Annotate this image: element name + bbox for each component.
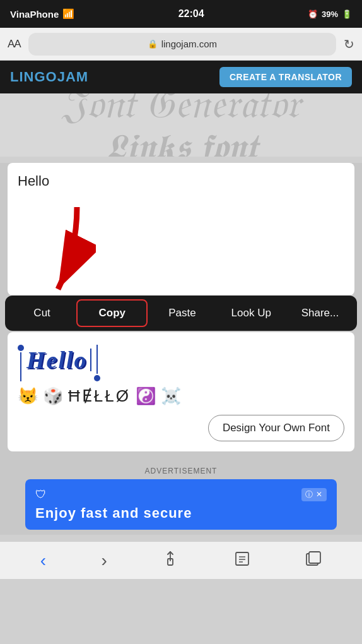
nav-bar: LINGOJAM CREATE A TRANSLATOR [0, 61, 362, 93]
bg-decorative-text: 𝔍𝔬𝔫𝔱 𝔊𝔢𝔫𝔢𝔯𝔞𝔱𝔬𝔯 𝕷𝖎𝖓𝖐𝖘 𝖋𝖔𝖓𝖙 [0, 93, 362, 157]
browser-bar: AA 🔒 lingojam.com ↻ [0, 28, 362, 61]
info-icon: ⓘ [305, 489, 313, 500]
url-bar[interactable]: 🔒 lingojam.com [28, 33, 336, 56]
paste-menu-item[interactable]: Paste [148, 301, 216, 326]
ad-banner[interactable]: 🛡 ⓘ ✕ Enjoy fast and secure [25, 479, 337, 530]
alarm-icon: ⏰ [308, 9, 318, 19]
back-icon: ‹ [40, 551, 46, 570]
ad-info-button[interactable]: ⓘ ✕ [301, 488, 327, 501]
ad-logo-icon: 🛡 [35, 488, 47, 501]
svg-rect-7 [309, 552, 320, 563]
cut-menu-item[interactable]: Cut [8, 301, 76, 326]
share-button[interactable] [158, 547, 182, 575]
back-button[interactable]: ‹ [37, 547, 50, 575]
cat-emoji: 😾 [18, 386, 38, 406]
carrier-label: VinaPhone [10, 9, 59, 20]
bookmarks-button[interactable] [230, 547, 254, 575]
time-label: 22:04 [178, 8, 204, 20]
fancy-hello-text: ĦɆŁŁØ [68, 386, 131, 406]
text-size-label[interactable]: AA [8, 38, 21, 51]
close-icon: ✕ [316, 490, 323, 499]
battery-label: 39% [322, 9, 338, 19]
forward-button[interactable]: › [98, 547, 111, 575]
look-up-menu-item[interactable]: Look Up [217, 301, 286, 326]
selection-dot-left [18, 345, 24, 351]
gothic-result-row: Hello [18, 342, 344, 381]
design-font-button[interactable]: Design Your Own Font [208, 415, 344, 441]
url-text: lingojam.com [161, 39, 217, 49]
logo-text2: JAM [57, 69, 88, 85]
bookmarks-icon [234, 551, 250, 567]
bottom-toolbar: ‹ › [0, 541, 362, 579]
copy-context-menu: Cut Copy Paste Look Up Share... [5, 295, 357, 331]
ad-section: ADVERTISEMENT 🛡 ⓘ ✕ Enjoy fast and secur… [0, 458, 362, 535]
status-bar: VinaPhone 📶 22:04 ⏰ 39% 🔋 [0, 0, 362, 28]
emoji-result-row: 😾 🎲 ĦɆŁŁØ ☯️ ☠️ [18, 386, 344, 406]
forward-icon: › [102, 551, 107, 570]
create-translator-button[interactable]: CREATE A TRANSLATOR [219, 67, 352, 87]
copy-menu-item[interactable]: Copy [76, 299, 148, 327]
yin-yang-emoji: ☯️ [136, 386, 156, 406]
wifi-icon: 📶 [62, 8, 74, 20]
diamond-emoji: 🎲 [43, 386, 63, 406]
ad-banner-top: 🛡 ⓘ ✕ [35, 488, 327, 501]
tabs-button[interactable] [301, 547, 325, 575]
input-value: Hello [18, 173, 49, 189]
text-cursor [90, 349, 91, 371]
share-menu-item[interactable]: Share... [286, 301, 354, 326]
ad-label: ADVERTISEMENT [145, 467, 218, 475]
input-section: Hello [8, 163, 354, 295]
status-right: ⏰ 39% 🔋 [308, 9, 352, 19]
selection-handle-right [94, 345, 100, 381]
result-area: Hello 😾 🎲 ĦɆŁŁØ ☯️ ☠️ Design Your Own Fo… [8, 332, 354, 451]
logo-text1: LINGO [10, 69, 57, 85]
lock-icon: 🔒 [148, 39, 158, 49]
reload-button[interactable]: ↻ [344, 37, 354, 52]
gothic-hello-text: Hello [26, 346, 91, 374]
selection-line-left [20, 352, 21, 381]
svg-rect-2 [236, 552, 248, 565]
skull-emoji: ☠️ [161, 386, 181, 406]
selection-dot-right [94, 375, 100, 381]
share-icon [162, 551, 178, 567]
ad-title: Enjoy fast and secure [35, 505, 192, 522]
text-input-box[interactable]: Hello [8, 163, 354, 295]
logo: LINGOJAM [10, 69, 88, 85]
bg-text-area: 𝔍𝔬𝔫𝔱 𝔊𝔢𝔫𝔢𝔯𝔞𝔱𝔬𝔯 𝕷𝖎𝖓𝖐𝖘 𝖋𝖔𝖓𝖙 [0, 93, 362, 157]
selection-line-right [96, 345, 98, 374]
status-left: VinaPhone 📶 [10, 8, 74, 20]
selection-handle-left [18, 345, 24, 381]
battery-icon: 🔋 [342, 9, 352, 19]
main-content: Hello Cut Copy Paste Look Up Share... [0, 163, 362, 535]
tabs-icon [305, 551, 322, 567]
